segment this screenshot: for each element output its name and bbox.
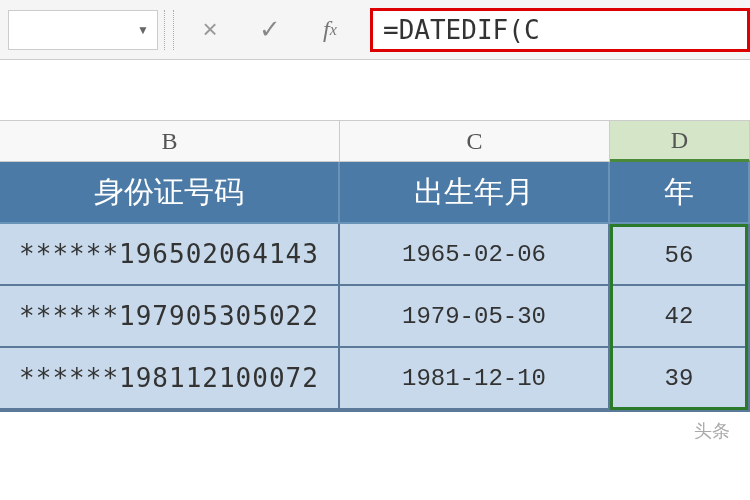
name-box[interactable]: ▼ [8,10,158,50]
formula-bar: ▼ × ✓ fx =DATEDIF(C [0,0,750,60]
check-icon[interactable]: ✓ [240,10,300,50]
table-row: ******197905305022 1979-05-30 42 [0,286,750,348]
cell-birth[interactable]: 1965-02-06 [340,224,610,286]
ribbon-gap [0,60,750,120]
header-id[interactable]: 身份证号码 [0,162,340,224]
col-header-c[interactable]: C [340,120,610,162]
header-birth[interactable]: 出生年月 [340,162,610,224]
cell-age[interactable]: 42 [610,286,750,348]
watermark-area: 头条 [0,410,750,450]
cell-birth[interactable]: 1979-05-30 [340,286,610,348]
col-header-d[interactable]: D [610,120,750,162]
col-header-b[interactable]: B [0,120,340,162]
header-age[interactable]: 年 [610,162,750,224]
formula-input[interactable]: =DATEDIF(C [370,8,750,52]
cell-age[interactable]: 56 [610,224,750,286]
fx-icon[interactable]: fx [300,10,360,50]
column-headers: B C D [0,120,750,162]
table-header-row: 身份证号码 出生年月 年 [0,162,750,224]
cell-birth[interactable]: 1981-12-10 [340,348,610,410]
table-row: ******198112100072 1981-12-10 39 [0,348,750,410]
cell-id[interactable]: ******197905305022 [0,286,340,348]
cell-id[interactable]: ******196502064143 [0,224,340,286]
cancel-icon[interactable]: × [180,10,240,50]
spreadsheet-grid: 身份证号码 出生年月 年 ******196502064143 1965-02-… [0,162,750,410]
table-row: ******196502064143 1965-02-06 56 [0,224,750,286]
formula-text: =DATEDIF(C [383,15,540,45]
cell-id[interactable]: ******198112100072 [0,348,340,410]
cell-age[interactable]: 39 [610,348,750,410]
watermark-text: 头条 [694,419,730,443]
chevron-down-icon[interactable]: ▼ [137,23,149,37]
separator [164,10,174,50]
